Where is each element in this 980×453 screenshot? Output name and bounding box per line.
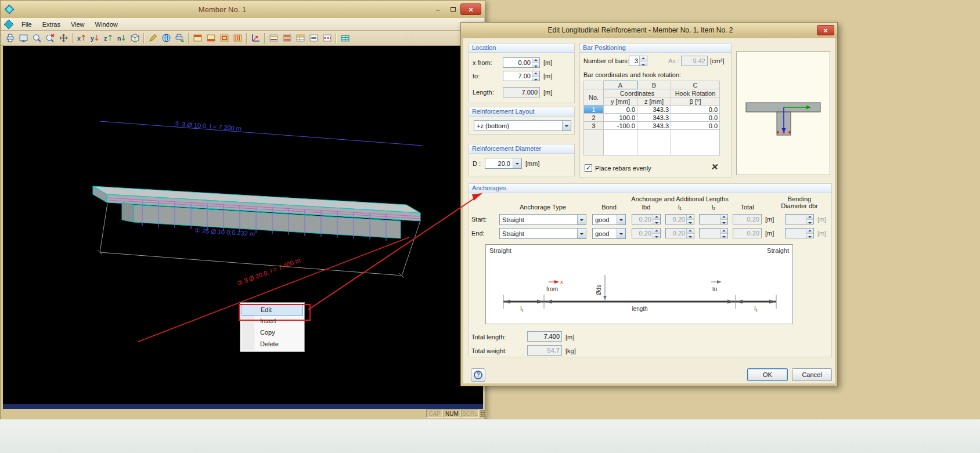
reinforcement-layout-select[interactable]: +z (bottom) (474, 120, 571, 131)
place-rebars-evenly-checkbox[interactable] (585, 164, 592, 172)
renumber-z-icon[interactable]: z (102, 32, 115, 45)
dialog-close-button[interactable]: × (817, 25, 834, 35)
delete-row-button[interactable]: ✕ (711, 162, 719, 172)
axes-icon[interactable] (249, 32, 262, 45)
menu-extras[interactable]: Extras (37, 19, 66, 30)
app-menu-icon[interactable] (3, 19, 14, 30)
menu-file[interactable]: File (16, 19, 37, 30)
ok-button[interactable]: OK (747, 368, 788, 381)
spin-down-icon[interactable] (720, 219, 727, 224)
bending-start-spinner[interactable] (785, 214, 814, 224)
x-from-spinner[interactable] (503, 57, 540, 68)
rebar-hide-icon[interactable] (307, 32, 320, 45)
spin-down-icon[interactable] (640, 61, 647, 66)
column-c-header[interactable]: C (671, 81, 720, 89)
context-menu-edit[interactable]: Edit (242, 304, 303, 316)
z-cell[interactable]: 343.3 (637, 106, 671, 114)
isometric-view-icon[interactable] (128, 32, 142, 45)
spin-up-icon[interactable] (653, 215, 660, 219)
spin-down-icon[interactable] (532, 76, 539, 81)
bond-start-select[interactable]: good (592, 214, 626, 225)
spin-up-icon[interactable] (687, 215, 694, 219)
spin-up-icon[interactable] (720, 215, 727, 219)
chevron-down-icon[interactable] (562, 121, 571, 131)
window-titlebar[interactable]: Member No. 1 – × (1, 1, 485, 18)
spin-down-icon[interactable] (653, 219, 660, 224)
rebar-table-icon[interactable] (294, 32, 307, 45)
y-cell[interactable]: 100.0 (604, 114, 637, 122)
chevron-down-icon[interactable] (513, 158, 521, 168)
bond-end-select[interactable]: good (592, 228, 626, 239)
menu-view[interactable]: View (66, 19, 90, 30)
l2-start-spinner[interactable] (699, 214, 728, 224)
spin-down-icon[interactable] (687, 219, 694, 224)
table-row[interactable]: 1 0.0 343.3 0.0 (584, 106, 720, 114)
section-top-view-icon[interactable] (191, 32, 204, 45)
lbd-end-spinner[interactable] (632, 228, 661, 238)
spin-up-icon[interactable] (640, 56, 647, 61)
spin-up-icon[interactable] (532, 58, 539, 63)
help-button[interactable]: ? (471, 368, 485, 382)
column-a-header[interactable]: A (604, 81, 637, 89)
beta-cell[interactable]: 0.0 (671, 106, 720, 114)
dialog-titlebar[interactable]: Edit Longitudinal Reinforcement - Member… (461, 23, 837, 38)
minimize-button[interactable]: – (430, 3, 445, 15)
renumber-all-icon[interactable]: n (115, 32, 128, 45)
section-front-view-icon[interactable] (204, 32, 218, 45)
y-cell[interactable]: -100.0 (604, 122, 637, 130)
chevron-down-icon[interactable] (577, 215, 586, 224)
cancel-button[interactable]: Cancel (792, 368, 832, 381)
number-of-bars-spinner[interactable] (629, 56, 647, 66)
z-cell[interactable]: 343.3 (637, 122, 671, 130)
z-cell[interactable]: 343.3 (637, 114, 671, 122)
section-frame-icon[interactable] (218, 32, 231, 45)
column-b-header[interactable]: B (637, 81, 671, 89)
menu-window[interactable]: Window (90, 19, 123, 30)
renumber-x-icon[interactable]: x (75, 32, 88, 45)
context-menu-delete[interactable]: Delete (242, 339, 303, 350)
spin-down-icon[interactable] (653, 233, 660, 238)
bar-coordinates-table[interactable]: A B C No. Coordinates Hook Rotation y [m… (583, 81, 720, 155)
close-button[interactable]: × (460, 3, 481, 15)
spin-down-icon[interactable] (806, 219, 813, 224)
spin-up-icon[interactable] (720, 229, 727, 233)
spin-down-icon[interactable] (720, 233, 727, 238)
context-menu-copy[interactable]: Copy (242, 327, 303, 339)
diameter-select[interactable]: 20.0 (485, 158, 522, 169)
edit-mode-icon[interactable] (146, 32, 160, 45)
beta-cell[interactable]: 0.0 (671, 122, 720, 130)
l2-end-spinner[interactable] (699, 228, 728, 238)
print-table-icon[interactable] (338, 32, 352, 45)
x-from-input[interactable] (503, 58, 532, 67)
beta-cell[interactable]: 0.0 (671, 114, 720, 122)
to-spinner[interactable] (503, 71, 540, 81)
printer-icon[interactable] (3, 32, 17, 45)
rebar-dash-icon[interactable] (320, 32, 334, 45)
y-cell[interactable]: 0.0 (604, 106, 637, 114)
number-of-bars-input[interactable] (629, 56, 639, 66)
print-preview-icon[interactable] (17, 32, 30, 45)
spin-up-icon[interactable] (653, 229, 660, 233)
row-number[interactable]: 2 (584, 114, 604, 122)
pan-view-icon[interactable] (57, 32, 70, 45)
maximize-button[interactable] (445, 3, 460, 15)
zoom-cancel-icon[interactable] (44, 32, 57, 45)
chevron-down-icon[interactable] (617, 229, 625, 238)
rebar-layer1-icon[interactable] (267, 32, 280, 45)
row-number[interactable]: 1 (584, 106, 604, 114)
spin-up-icon[interactable] (806, 215, 813, 219)
spin-down-icon[interactable] (806, 233, 813, 238)
spin-up-icon[interactable] (532, 71, 539, 76)
l1-start-spinner[interactable] (665, 214, 694, 224)
chevron-down-icon[interactable] (577, 229, 586, 238)
chevron-down-icon[interactable] (617, 215, 625, 224)
spin-down-icon[interactable] (687, 233, 694, 238)
table-row[interactable]: 2 100.0 343.3 0.0 (584, 114, 720, 122)
renumber-y-icon[interactable]: y (88, 32, 102, 45)
spin-up-icon[interactable] (806, 229, 813, 233)
to-input[interactable] (503, 71, 532, 81)
row-number[interactable]: 3 (584, 122, 604, 130)
context-menu-insert[interactable]: Insert (242, 316, 303, 327)
l1-end-spinner[interactable] (665, 228, 694, 238)
print-graphic-icon[interactable] (173, 32, 186, 45)
